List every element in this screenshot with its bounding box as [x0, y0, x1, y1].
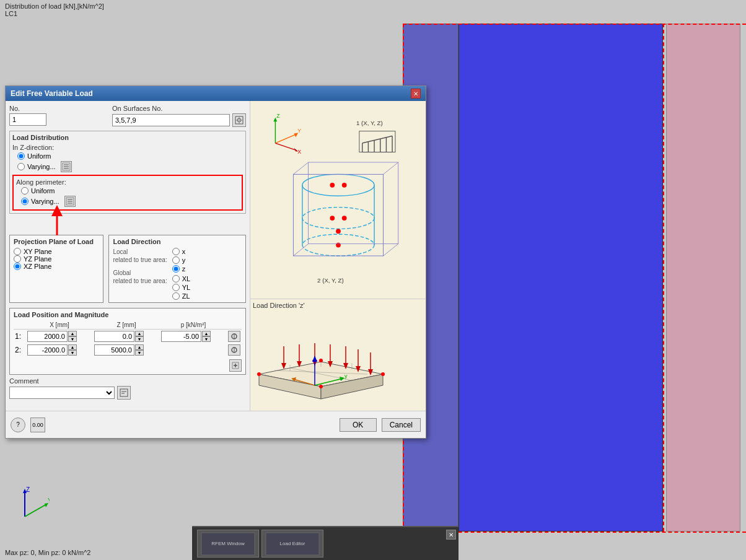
svg-point-97: [319, 359, 323, 362]
uniform-radio-z[interactable]: [17, 152, 25, 160]
row2-settings-button[interactable]: [228, 344, 240, 356]
surfaces-browse-button[interactable]: [232, 113, 246, 127]
direction-preview-svg: y: [253, 312, 389, 405]
svg-point-98: [319, 385, 323, 388]
local-y-radio[interactable]: [172, 256, 180, 264]
dialog-footer: ? 0.00 OK Cancel: [6, 411, 426, 438]
svg-rect-39: [359, 131, 395, 152]
along-uniform-radio[interactable]: [21, 187, 29, 195]
comment-label: Comment: [9, 377, 246, 385]
row2-x-up[interactable]: ▲: [68, 344, 77, 350]
load-position-section: Load Position and Magnitude X [mm] Z [mm…: [9, 308, 246, 375]
svg-line-59: [293, 162, 308, 174]
svg-point-96: [381, 372, 385, 376]
in-z-direction-label: In Z-direction:: [12, 144, 243, 151]
axis-indicator: Z Y: [12, 486, 50, 523]
row1-p-down[interactable]: ▼: [202, 336, 211, 342]
dialog-content: No. On Surfaces No.: [6, 101, 426, 411]
svg-point-65: [336, 229, 341, 234]
row1-z-input[interactable]: [94, 331, 134, 342]
svg-point-52: [302, 207, 374, 229]
preview-top: Z Y X 1 (X, Y, Z): [250, 101, 426, 299]
taskbar-item-1[interactable]: RFEM Window: [197, 530, 259, 558]
row2-z-up[interactable]: ▲: [135, 344, 144, 350]
svg-text:Y: Y: [297, 127, 301, 133]
red-line-horizontal-1: [403, 24, 746, 25]
dialog-close-button[interactable]: ✕: [411, 89, 421, 98]
svg-text:Y: Y: [48, 497, 50, 504]
along-uniform-label: Uniform: [31, 187, 55, 195]
row2-z-down[interactable]: ▼: [135, 350, 144, 356]
svg-text:y: y: [344, 373, 348, 379]
local-y-label: y: [182, 256, 186, 264]
varying-z-label: Varying...: [27, 163, 56, 170]
comment-browse-button[interactable]: [117, 386, 131, 400]
row1-p-group: ▲ ▼: [161, 331, 226, 342]
cancel-button[interactable]: Cancel: [382, 418, 421, 432]
local-x-label: x: [182, 248, 186, 255]
row1-z-up[interactable]: ▲: [135, 331, 144, 336]
xy-plane-radio[interactable]: [14, 248, 21, 255]
row1-x-up[interactable]: ▲: [68, 331, 77, 336]
varying-z-settings-button[interactable]: [61, 161, 72, 172]
surfaces-input[interactable]: [112, 114, 230, 126]
ok-button[interactable]: OK: [340, 418, 377, 432]
no-label: No.: [9, 105, 108, 112]
svg-rect-26: [120, 389, 128, 396]
svg-text:Load Editor: Load Editor: [280, 541, 305, 546]
surfaces-label: On Surfaces No.: [112, 105, 246, 112]
load-direction-title: Load Direction: [113, 238, 242, 245]
global-zl-label: ZL: [182, 292, 190, 300]
local-x-radio[interactable]: [172, 248, 180, 255]
row2-z-input[interactable]: [94, 344, 134, 356]
row1-x-input[interactable]: [27, 331, 68, 342]
row1-label: 1:: [14, 330, 26, 344]
row2-x-group: ▲ ▼: [27, 344, 92, 356]
col-x-header: X [mm]: [26, 321, 93, 330]
row1-x-down[interactable]: ▼: [68, 336, 77, 342]
table-row: 1: ▲ ▼: [14, 330, 242, 344]
taskbar-item-2[interactable]: Load Editor: [261, 530, 323, 558]
panel-blue-main: [459, 24, 663, 532]
dialog-edit-free-variable-load: Edit Free Variable Load ✕ No. On Surface…: [5, 85, 426, 439]
svg-text:Z: Z: [26, 486, 30, 493]
xy-plane-label: XY Plane: [24, 248, 52, 255]
row2-z-group: ▲ ▼: [94, 344, 159, 356]
comment-section: Comment: [9, 377, 246, 400]
svg-line-32: [275, 134, 296, 143]
svg-point-95: [257, 372, 261, 376]
svg-line-3: [25, 504, 46, 517]
row2-x-down[interactable]: ▼: [68, 350, 77, 356]
row1-p-up[interactable]: ▲: [202, 331, 211, 336]
help-button[interactable]: ?: [11, 418, 25, 432]
svg-point-55: [330, 216, 335, 221]
global-yl-radio[interactable]: [172, 284, 180, 291]
dialog-right-panel: Z Y X 1 (X, Y, Z): [250, 101, 426, 411]
col-p-header: p [kN/m²]: [160, 321, 227, 330]
svg-text:1 (X, Y, Z): 1 (X, Y, Z): [356, 120, 383, 126]
row1-x-group: ▲ ▼: [27, 331, 92, 342]
row1-z-down[interactable]: ▼: [135, 336, 144, 342]
local-z-radio[interactable]: [172, 265, 180, 273]
row1-settings-button[interactable]: [228, 331, 240, 342]
svg-marker-94: [312, 356, 317, 362]
svg-line-46: [362, 136, 392, 143]
along-perimeter-box: Along perimeter: Uniform Varying...: [12, 175, 243, 211]
row1-p-input[interactable]: [161, 331, 201, 342]
taskbar-close-button[interactable]: ✕: [446, 530, 456, 540]
global-zl-radio[interactable]: [172, 292, 180, 300]
yz-plane-radio[interactable]: [14, 255, 21, 263]
local-z-label: z: [182, 265, 186, 273]
global-xl-radio[interactable]: [172, 275, 180, 282]
row2-x-input[interactable]: [27, 344, 68, 356]
varying-radio-z[interactable]: [17, 163, 25, 170]
no-input[interactable]: [9, 113, 46, 126]
load-distribution-title: Load Distribution: [12, 134, 243, 141]
add-row-button[interactable]: [229, 359, 242, 372]
bottom-label: Max pz: 0, Min pz: 0 kN/m^2: [5, 549, 90, 556]
xz-plane-radio[interactable]: [14, 263, 21, 270]
along-varying-radio[interactable]: [21, 198, 29, 205]
info-button[interactable]: 0.00: [30, 418, 45, 432]
comment-dropdown[interactable]: [9, 387, 115, 399]
taskbar: ✕ RFEM Window Load Editor: [192, 526, 459, 560]
